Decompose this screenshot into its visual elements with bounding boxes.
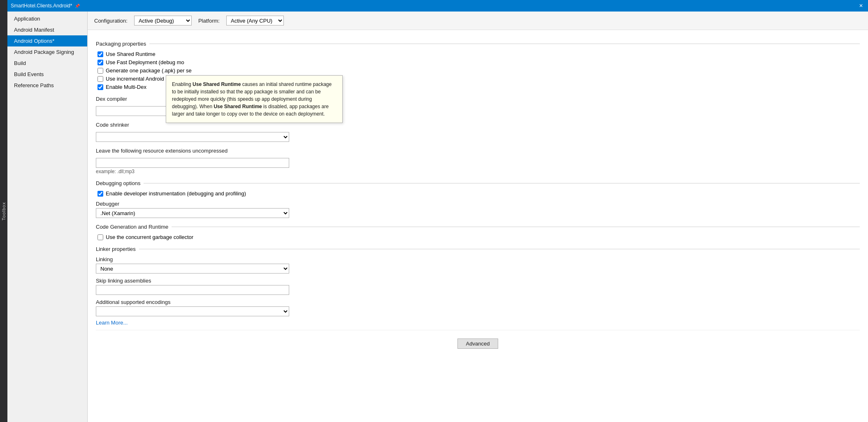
- sidebar-item-build[interactable]: Build: [7, 58, 87, 69]
- generate-package-checkbox[interactable]: [97, 68, 103, 74]
- code-gen-section-line: [172, 227, 860, 227]
- additional-encodings-select[interactable]: [96, 306, 289, 316]
- advanced-button[interactable]: Advanced: [457, 339, 499, 349]
- settings-area: Packaging properties Use Shared Runtime …: [88, 30, 868, 373]
- sidebar: Application Android Manifest Android Opt…: [7, 12, 88, 422]
- title-bar-left: SmartHotel.Clients.Android* 📌: [11, 3, 80, 9]
- incremental-checkbox[interactable]: [97, 76, 103, 82]
- debugger-label: Debugger: [96, 201, 860, 207]
- learn-more-link[interactable]: Learn More...: [96, 320, 128, 326]
- concurrent-gc-label: Use the concurrent garbage collector: [106, 234, 193, 240]
- debugger-select[interactable]: .Net (Xamarin) LLDB GDB: [96, 208, 289, 218]
- use-fast-deployment-label: Use Fast Deployment (debug mo: [106, 59, 184, 65]
- dev-instrumentation-label: Enable developer instrumentation (debugg…: [106, 190, 246, 197]
- linking-label: Linking: [96, 256, 860, 262]
- debugging-section-header: Debugging options: [96, 180, 860, 186]
- platform-label: Platform:: [198, 18, 220, 24]
- bottom-bar: Advanced: [96, 330, 860, 357]
- debugging-section-line: [144, 183, 860, 183]
- multi-dex-checkbox[interactable]: [97, 84, 103, 90]
- resource-ext-hint: example: .dll;mp3: [96, 169, 860, 174]
- resource-ext-input[interactable]: [96, 158, 289, 168]
- debugging-title: Debugging options: [96, 180, 140, 186]
- tooltip-text-before: Enabling: [172, 81, 193, 87]
- code-shrinker-title: Code shrinker: [96, 122, 129, 128]
- concurrent-gc-checkbox[interactable]: [97, 234, 103, 240]
- configuration-select[interactable]: Active (Debug) Debug Release: [134, 16, 192, 26]
- main-container: SmartHotel.Clients.Android* 📌 ✕ Applicat…: [7, 0, 868, 422]
- use-fast-deployment-row: Use Fast Deployment (debug mo: [97, 59, 860, 65]
- main-panel: Configuration: Active (Debug) Debug Rele…: [88, 12, 868, 422]
- packaging-title: Packaging properties: [96, 41, 146, 47]
- linker-section-line: [139, 249, 860, 249]
- platform-select[interactable]: Active (Any CPU) Any CPU x86: [226, 16, 284, 26]
- dex-compiler-title: Dex compiler: [96, 96, 127, 102]
- code-shrinker-select[interactable]: [96, 132, 289, 142]
- tooltip-bold2: Use Shared Runtime: [214, 104, 262, 109]
- generate-package-row: Generate one package (.apk) per se: [97, 67, 860, 74]
- use-shared-runtime-checkbox[interactable]: [97, 51, 103, 57]
- content-area: Application Android Manifest Android Opt…: [7, 12, 868, 422]
- sidebar-item-application[interactable]: Application: [7, 13, 87, 24]
- resource-ext-title: Leave the following resource extensions …: [96, 148, 227, 154]
- tooltip-overlay: Enabling Use Shared Runtime causes an in…: [166, 75, 343, 123]
- sidebar-item-android-package-signing[interactable]: Android Package Signing: [7, 46, 87, 58]
- multi-dex-label: Enable Multi-Dex: [106, 84, 146, 90]
- close-button[interactable]: ✕: [857, 2, 865, 9]
- code-gen-title: Code Generation and Runtime: [96, 224, 168, 230]
- dev-instrumentation-row: Enable developer instrumentation (debugg…: [97, 190, 860, 197]
- concurrent-gc-row: Use the concurrent garbage collector: [97, 234, 860, 240]
- dev-instrumentation-checkbox[interactable]: [97, 191, 103, 197]
- title-bar-title: SmartHotel.Clients.Android*: [11, 3, 72, 9]
- resource-ext-header: Leave the following resource extensions …: [96, 148, 860, 154]
- use-fast-deployment-checkbox[interactable]: [97, 60, 103, 65]
- packaging-section-line: [149, 44, 860, 44]
- code-gen-section-header: Code Generation and Runtime: [96, 224, 860, 230]
- skip-linking-label: Skip linking assemblies: [96, 278, 860, 284]
- sidebar-item-android-options[interactable]: Android Options*: [7, 35, 87, 46]
- packaging-section-header: Packaging properties: [96, 41, 860, 47]
- toolbox-label: Toolbox: [1, 202, 6, 220]
- sidebar-item-reference-paths[interactable]: Reference Paths: [7, 80, 87, 91]
- title-bar: SmartHotel.Clients.Android* 📌 ✕: [7, 0, 868, 12]
- linker-title: Linker properties: [96, 246, 136, 252]
- tooltip-bold1: Use Shared Runtime: [193, 81, 241, 87]
- skip-linking-input[interactable]: [96, 285, 289, 295]
- config-bar: Configuration: Active (Debug) Debug Rele…: [88, 12, 868, 30]
- additional-encodings-label: Additional supported encodings: [96, 299, 860, 305]
- use-shared-runtime-row: Use Shared Runtime: [97, 51, 860, 57]
- toolbox-strip: Toolbox: [0, 0, 7, 422]
- generate-package-label: Generate one package (.apk) per se: [106, 67, 192, 74]
- linker-section-header: Linker properties: [96, 246, 860, 252]
- sidebar-item-build-events[interactable]: Build Events: [7, 69, 87, 80]
- sidebar-item-android-manifest[interactable]: Android Manifest: [7, 24, 87, 35]
- pin-icon[interactable]: 📌: [74, 3, 80, 9]
- use-shared-runtime-label: Use Shared Runtime: [106, 51, 155, 57]
- linking-select[interactable]: None Sdk Assemblies Only Sdk and User As…: [96, 264, 289, 274]
- configuration-label: Configuration:: [94, 18, 128, 24]
